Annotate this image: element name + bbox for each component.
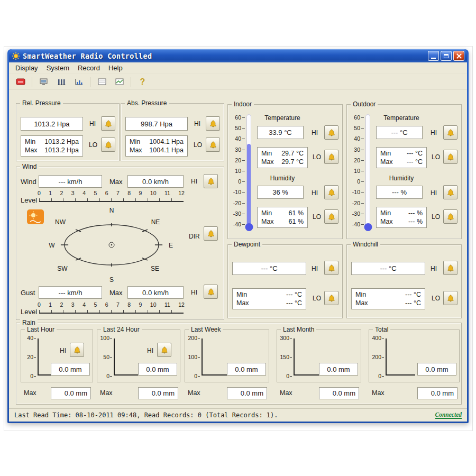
exit-button[interactable]	[13, 76, 28, 88]
station-button[interactable]	[36, 76, 51, 88]
scale-tick-label: 3	[71, 190, 75, 196]
minimize-button[interactable]	[428, 51, 439, 61]
scale-tick-label: 12	[178, 301, 185, 308]
chart-button[interactable]	[71, 76, 86, 88]
indoor-humidity-field[interactable]: 36 %	[257, 186, 304, 199]
rain-total-value-field[interactable]: 0.0 mm	[417, 363, 456, 376]
bell-icon	[327, 153, 336, 161]
bell-icon	[446, 129, 455, 137]
outdoor-temperature-field[interactable]: --- °C	[376, 126, 423, 139]
abs-pressure-lo-alarm-button[interactable]	[206, 138, 220, 152]
rain-hour-hi-alarm-button[interactable]	[70, 343, 84, 357]
gust-speed-value: --- km/h	[59, 289, 83, 297]
abs-pressure-value-field[interactable]: 998.7 Hpa	[125, 117, 188, 131]
dewpoint-minmax-field[interactable]: Min--- °C Max--- °C	[232, 288, 306, 309]
indoor-hum-minmax-field[interactable]: Min61 % Max61 %	[257, 207, 308, 228]
menu-system[interactable]: System	[42, 63, 74, 73]
thermo-scale-label: -20	[233, 200, 245, 206]
wind-hi-alarm-button[interactable]	[204, 174, 218, 188]
thermometer-bulb	[245, 223, 253, 231]
rain-month-value-field[interactable]: 0.0 mm	[319, 363, 358, 376]
line-graph-icon	[114, 78, 125, 86]
dewpoint-value-field[interactable]: --- °C	[232, 262, 306, 275]
rel-pressure-minmax-field[interactable]: Min1013.2 Hpa Max1013.2 Hpa	[21, 135, 83, 157]
rain-24h-value-field[interactable]: 0.0 mm	[138, 363, 177, 376]
title-bar[interactable]: SmartWeather Radio Controlled	[9, 49, 467, 62]
rain-24h-hi-alarm-button[interactable]	[157, 343, 171, 357]
menu-record[interactable]: Record	[74, 63, 104, 73]
rain-month-value: 0.0 mm	[327, 365, 350, 373]
rain-group: Rain Last Hour 40200 HI 0.0 mm Max 0.0 m…	[16, 323, 462, 405]
hi-label: HI	[431, 265, 437, 272]
lo-label: LO	[313, 295, 321, 302]
max-label: Max	[188, 389, 200, 397]
gust-max-field[interactable]: 0.0 km/h	[127, 286, 184, 299]
rain-scale-label: 300	[280, 335, 292, 341]
rain-chart-scale: 40200	[22, 335, 36, 379]
wind-dir-alarm-button[interactable]	[204, 226, 218, 241]
close-button[interactable]	[453, 51, 464, 61]
windchill-minmax-field[interactable]: Min--- °C Max--- °C	[351, 288, 425, 309]
rain-24h-max: 0.0 mm	[152, 389, 175, 397]
outdoor-hum-minmax-field[interactable]: Min--- % Max--- %	[376, 207, 427, 228]
wind-max-field[interactable]: 0.0 km/h	[127, 175, 184, 188]
outdoor-hum-hi-alarm-button[interactable]	[443, 185, 457, 199]
windchill-lo-alarm-button[interactable]	[443, 291, 457, 305]
lo-label: LO	[194, 141, 202, 149]
outdoor-humidity-field[interactable]: --- %	[376, 186, 423, 199]
group-title: Wind	[20, 163, 39, 171]
station-icon	[39, 78, 49, 86]
bar-chart-icon	[74, 78, 84, 86]
indoor-hum-lo-alarm-button[interactable]	[324, 209, 338, 224]
abs-pressure-minmax-field[interactable]: Min1004.1 Hpa Max1004.1 Hpa	[125, 135, 188, 157]
outdoor-temp-hi-alarm-button[interactable]	[443, 125, 457, 140]
gauge-button[interactable]	[54, 76, 68, 88]
bell-icon	[209, 141, 217, 149]
indoor-temp-lo-alarm-button[interactable]	[324, 150, 338, 164]
graph-button[interactable]	[112, 76, 126, 88]
menu-display[interactable]: Display	[11, 63, 42, 73]
rain-week-max-field[interactable]: 0.0 mm	[227, 387, 267, 399]
gust-hi-alarm-button[interactable]	[204, 285, 218, 299]
indoor-temp-hi-alarm-button[interactable]	[324, 125, 338, 140]
menu-help[interactable]: Help	[104, 63, 127, 73]
compass-label-nw: NW	[55, 218, 66, 226]
indoor-hum-hi-alarm-button[interactable]	[324, 185, 338, 199]
rain-hour-value-field[interactable]: 0.0 mm	[51, 363, 90, 376]
indoor-temperature-field[interactable]: 33.9 °C	[257, 126, 304, 139]
exit-icon	[15, 78, 26, 86]
dewpoint-lo-alarm-button[interactable]	[324, 291, 338, 305]
thermo-scale-label: 10	[354, 168, 364, 174]
indoor-temp-minmax-field[interactable]: Min29.7 °C Max29.7 °C	[257, 147, 308, 168]
max-label: Max	[100, 389, 113, 397]
windchill-hi-alarm-button[interactable]	[443, 261, 457, 275]
help-button[interactable]: ?	[135, 76, 150, 88]
dewpoint-hi-alarm-button[interactable]	[324, 261, 338, 275]
rain-24h-max-field[interactable]: 0.0 mm	[138, 387, 178, 399]
rel-pressure-lo-alarm-button[interactable]	[101, 138, 115, 152]
min-label: Min	[25, 138, 35, 145]
rain-hour-max-field[interactable]: 0.0 mm	[51, 387, 91, 399]
rel-pressure-hi-alarm-button[interactable]	[101, 116, 115, 131]
scale-tick-label: 9	[139, 190, 142, 196]
abs-pressure-hi-alarm-button[interactable]	[206, 116, 220, 131]
outdoor-temp-lo-alarm-button[interactable]	[443, 150, 457, 164]
thermo-scale-label: -20	[352, 200, 364, 206]
bell-icon	[73, 346, 81, 354]
outdoor-hum-lo-alarm-button[interactable]	[443, 209, 457, 224]
maximize-button[interactable]	[441, 51, 452, 61]
thermo-scale-label: 60	[354, 114, 364, 121]
rain-panel-last-week: Last Week 2001000 0.0 mm Max 0.0 mm	[185, 329, 269, 404]
lo-label: LO	[432, 213, 440, 221]
gust-speed-field[interactable]: --- km/h	[39, 286, 102, 299]
rain-month-max-field[interactable]: 0.0 mm	[319, 387, 359, 399]
outdoor-temp-minmax-field[interactable]: Min--- °C Max--- °C	[376, 147, 427, 168]
rel-pressure-value-field[interactable]: 1013.2 Hpa	[21, 117, 83, 131]
rain-week-value-field[interactable]: 0.0 mm	[227, 363, 266, 376]
report-button[interactable]	[95, 76, 109, 88]
wind-speed-field[interactable]: --- km/h	[39, 175, 102, 188]
scale-tick-label: 11	[164, 301, 170, 308]
rain-total-max-field[interactable]: 0.0 mm	[417, 387, 457, 399]
rain-subpanel: Last Hour 40200 HI 0.0 mm	[21, 329, 93, 382]
windchill-value-field[interactable]: --- °C	[351, 262, 425, 275]
